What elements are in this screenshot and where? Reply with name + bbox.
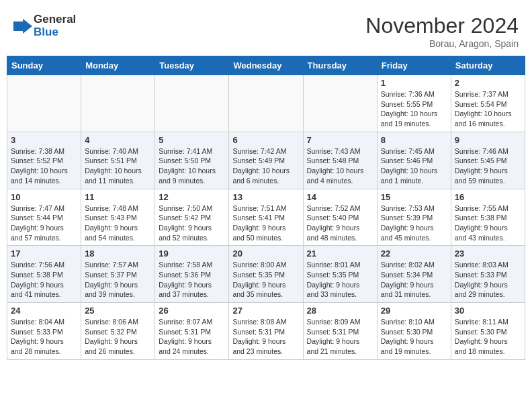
- day-number: 7: [307, 135, 373, 145]
- day-info: Sunrise: 8:04 AMSunset: 5:33 PMDaylight:…: [11, 317, 77, 357]
- weekday-header-friday: Friday: [377, 56, 451, 75]
- day-number: 21: [307, 248, 373, 259]
- day-info: Sunrise: 7:43 AMSunset: 5:48 PMDaylight:…: [307, 146, 373, 186]
- day-number: 29: [381, 306, 447, 316]
- day-info: Sunrise: 7:38 AMSunset: 5:52 PMDaylight:…: [11, 146, 77, 186]
- calendar-cell: 25Sunrise: 8:06 AMSunset: 5:32 PMDayligh…: [81, 303, 155, 360]
- day-number: 20: [232, 248, 299, 259]
- calendar-week-row: 1Sunrise: 7:36 AMSunset: 5:55 PMDaylight…: [7, 75, 525, 132]
- calendar-cell: 8Sunrise: 7:45 AMSunset: 5:46 PMDaylight…: [377, 132, 451, 189]
- logo: General Blue: [13, 13, 76, 38]
- logo-icon: [13, 19, 32, 34]
- day-number: 13: [232, 192, 299, 202]
- calendar-cell: 11Sunrise: 7:48 AMSunset: 5:43 PMDayligh…: [81, 189, 155, 246]
- logo-line2: Blue: [34, 26, 76, 39]
- calendar-week-row: 24Sunrise: 8:04 AMSunset: 5:33 PMDayligh…: [7, 303, 525, 360]
- calendar-cell: 26Sunrise: 8:07 AMSunset: 5:31 PMDayligh…: [155, 303, 229, 360]
- calendar-cell: 18Sunrise: 7:57 AMSunset: 5:37 PMDayligh…: [81, 246, 155, 303]
- calendar-header-row: SundayMondayTuesdayWednesdayThursdayFrid…: [7, 56, 525, 75]
- day-number: 6: [232, 135, 299, 145]
- day-info: Sunrise: 7:42 AMSunset: 5:49 PMDaylight:…: [232, 146, 299, 186]
- day-info: Sunrise: 7:55 AMSunset: 5:38 PMDaylight:…: [455, 203, 521, 243]
- calendar-cell: 10Sunrise: 7:47 AMSunset: 5:44 PMDayligh…: [7, 189, 81, 246]
- day-number: 18: [85, 248, 151, 259]
- day-number: 28: [307, 306, 373, 316]
- calendar-cell: 4Sunrise: 7:40 AMSunset: 5:51 PMDaylight…: [81, 132, 155, 189]
- day-info: Sunrise: 7:40 AMSunset: 5:51 PMDaylight:…: [85, 146, 151, 186]
- day-info: Sunrise: 7:48 AMSunset: 5:43 PMDaylight:…: [85, 203, 151, 243]
- day-number: 9: [455, 135, 521, 145]
- day-number: 8: [381, 135, 447, 145]
- day-info: Sunrise: 7:50 AMSunset: 5:42 PMDaylight:…: [159, 203, 225, 243]
- calendar-cell: 28Sunrise: 8:09 AMSunset: 5:31 PMDayligh…: [303, 303, 377, 360]
- calendar-cell: 29Sunrise: 8:10 AMSunset: 5:30 PMDayligh…: [377, 303, 451, 360]
- calendar-cell: [155, 75, 229, 132]
- day-info: Sunrise: 8:09 AMSunset: 5:31 PMDaylight:…: [307, 317, 373, 357]
- calendar-cell: 5Sunrise: 7:41 AMSunset: 5:50 PMDaylight…: [155, 132, 229, 189]
- calendar-cell: 19Sunrise: 7:58 AMSunset: 5:36 PMDayligh…: [155, 246, 229, 303]
- calendar-cell: 27Sunrise: 8:08 AMSunset: 5:31 PMDayligh…: [229, 303, 303, 360]
- weekday-header-wednesday: Wednesday: [229, 56, 303, 75]
- day-number: 2: [455, 78, 521, 88]
- day-number: 10: [11, 192, 77, 202]
- day-info: Sunrise: 7:46 AMSunset: 5:45 PMDaylight:…: [455, 146, 521, 186]
- calendar-cell: 22Sunrise: 8:02 AMSunset: 5:34 PMDayligh…: [377, 246, 451, 303]
- calendar-week-row: 17Sunrise: 7:56 AMSunset: 5:38 PMDayligh…: [7, 246, 525, 303]
- day-number: 22: [381, 248, 447, 259]
- calendar-week-row: 3Sunrise: 7:38 AMSunset: 5:52 PMDaylight…: [7, 132, 525, 189]
- calendar-week-row: 10Sunrise: 7:47 AMSunset: 5:44 PMDayligh…: [7, 189, 525, 246]
- calendar-table: SundayMondayTuesdayWednesdayThursdayFrid…: [7, 56, 525, 360]
- day-info: Sunrise: 7:58 AMSunset: 5:36 PMDaylight:…: [159, 260, 225, 300]
- day-info: Sunrise: 7:37 AMSunset: 5:54 PMDaylight:…: [455, 89, 521, 129]
- calendar-cell: [81, 75, 155, 132]
- day-info: Sunrise: 7:57 AMSunset: 5:37 PMDaylight:…: [85, 260, 151, 300]
- day-info: Sunrise: 8:01 AMSunset: 5:35 PMDaylight:…: [307, 260, 373, 300]
- calendar-cell: 24Sunrise: 8:04 AMSunset: 5:33 PMDayligh…: [7, 303, 81, 360]
- calendar-cell: 23Sunrise: 8:03 AMSunset: 5:33 PMDayligh…: [451, 246, 525, 303]
- calendar-cell: 3Sunrise: 7:38 AMSunset: 5:52 PMDaylight…: [7, 132, 81, 189]
- page-header: General Blue November 2024 Borau, Aragon…: [7, 7, 525, 52]
- day-info: Sunrise: 7:53 AMSunset: 5:39 PMDaylight:…: [381, 203, 447, 243]
- day-number: 16: [455, 192, 521, 202]
- day-info: Sunrise: 8:06 AMSunset: 5:32 PMDaylight:…: [85, 317, 151, 357]
- day-number: 11: [85, 192, 151, 202]
- calendar-cell: 14Sunrise: 7:52 AMSunset: 5:40 PMDayligh…: [303, 189, 377, 246]
- calendar-cell: 30Sunrise: 8:11 AMSunset: 5:30 PMDayligh…: [451, 303, 525, 360]
- day-number: 5: [159, 135, 225, 145]
- day-info: Sunrise: 7:56 AMSunset: 5:38 PMDaylight:…: [11, 260, 77, 300]
- day-number: 30: [455, 306, 521, 316]
- calendar-cell: 17Sunrise: 7:56 AMSunset: 5:38 PMDayligh…: [7, 246, 81, 303]
- day-info: Sunrise: 8:08 AMSunset: 5:31 PMDaylight:…: [232, 317, 299, 357]
- weekday-header-saturday: Saturday: [451, 56, 525, 75]
- calendar-cell: 16Sunrise: 7:55 AMSunset: 5:38 PMDayligh…: [451, 189, 525, 246]
- location: Borau, Aragon, Spain: [365, 38, 519, 49]
- calendar-cell: 12Sunrise: 7:50 AMSunset: 5:42 PMDayligh…: [155, 189, 229, 246]
- title-block: November 2024 Borau, Aragon, Spain: [365, 13, 519, 49]
- calendar-cell: [303, 75, 377, 132]
- calendar-cell: 2Sunrise: 7:37 AMSunset: 5:54 PMDaylight…: [451, 75, 525, 132]
- logo-line1: General: [34, 13, 76, 26]
- day-info: Sunrise: 8:00 AMSunset: 5:35 PMDaylight:…: [232, 260, 299, 300]
- day-info: Sunrise: 8:11 AMSunset: 5:30 PMDaylight:…: [455, 317, 521, 357]
- weekday-header-tuesday: Tuesday: [155, 56, 229, 75]
- day-number: 15: [381, 192, 447, 202]
- calendar-cell: [7, 75, 81, 132]
- calendar-cell: 21Sunrise: 8:01 AMSunset: 5:35 PMDayligh…: [303, 246, 377, 303]
- day-number: 26: [159, 306, 225, 316]
- calendar-cell: 15Sunrise: 7:53 AMSunset: 5:39 PMDayligh…: [377, 189, 451, 246]
- day-number: 27: [232, 306, 299, 316]
- calendar-cell: 9Sunrise: 7:46 AMSunset: 5:45 PMDaylight…: [451, 132, 525, 189]
- month-title: November 2024: [365, 13, 519, 38]
- weekday-header-sunday: Sunday: [7, 56, 81, 75]
- day-info: Sunrise: 7:52 AMSunset: 5:40 PMDaylight:…: [307, 203, 373, 243]
- day-number: 17: [11, 248, 77, 259]
- day-info: Sunrise: 8:10 AMSunset: 5:30 PMDaylight:…: [381, 317, 447, 357]
- day-number: 3: [11, 135, 77, 145]
- svg-marker-1: [23, 19, 32, 34]
- weekday-header-thursday: Thursday: [303, 56, 377, 75]
- calendar-cell: 1Sunrise: 7:36 AMSunset: 5:55 PMDaylight…: [377, 75, 451, 132]
- day-info: Sunrise: 7:41 AMSunset: 5:50 PMDaylight:…: [159, 146, 225, 186]
- day-number: 19: [159, 248, 225, 259]
- day-number: 14: [307, 192, 373, 202]
- svg-rect-0: [13, 21, 23, 31]
